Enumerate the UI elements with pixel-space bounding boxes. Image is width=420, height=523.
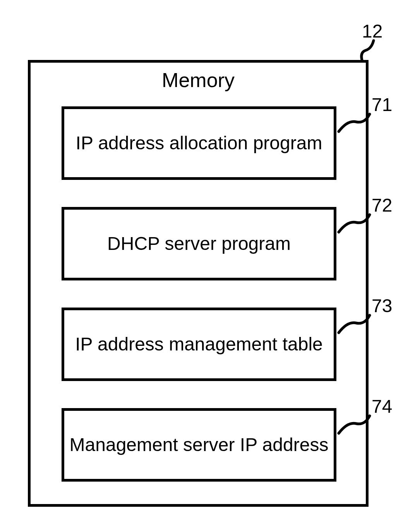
item-ref-73-connector	[337, 313, 372, 337]
item-ref-71-connector	[337, 112, 372, 135]
item-label: DHCP server program	[107, 233, 291, 254]
item-label: IP address allocation program	[76, 132, 322, 154]
item-mgmt-server-ip: Management server IP address	[62, 408, 336, 482]
container-ref-connector	[356, 39, 379, 62]
item-ref-72: 72	[372, 195, 392, 216]
item-ip-mgmt-table: IP address management table	[62, 308, 336, 381]
item-ref-72-connector	[337, 213, 372, 236]
memory-box: Memory IP address allocation program DHC…	[28, 60, 369, 507]
item-label: Management server IP address	[70, 434, 329, 455]
item-ref-71: 71	[372, 95, 392, 115]
item-ref-74: 74	[372, 397, 392, 417]
item-ip-alloc-program: IP address allocation program	[62, 106, 336, 180]
item-ref-74-connector	[337, 414, 372, 437]
item-label: IP address management table	[75, 333, 323, 355]
item-dhcp-server-program: DHCP server program	[62, 207, 336, 280]
item-ref-73: 73	[372, 296, 392, 316]
memory-title: Memory	[31, 69, 366, 92]
diagram-canvas: 12 Memory IP address allocation program …	[0, 0, 420, 523]
